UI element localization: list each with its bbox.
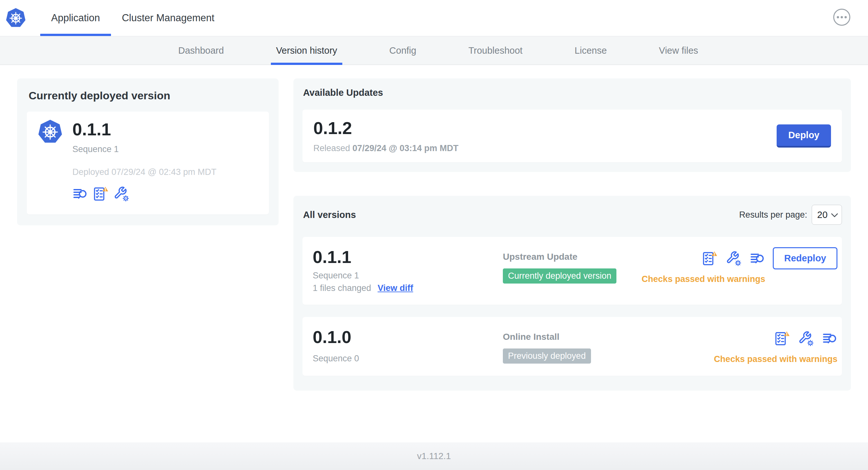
subnav-tab-version-history[interactable]: Version history (271, 36, 342, 65)
subnav-tab-view-files-label: View files (659, 45, 698, 56)
current-version-card: 0.1.1 Sequence 1 Deployed 07/29/24 @ 02:… (27, 111, 269, 214)
available-updates-panel: Available Updates 0.1.2 Released 07/29/2… (293, 78, 851, 172)
tab-cluster-management[interactable]: Cluster Management (111, 0, 225, 36)
files-changed-label: 1 files changed (313, 283, 371, 293)
update-version-number: 0.1.2 (313, 119, 459, 138)
tab-application[interactable]: Application (40, 0, 111, 36)
subnav-tab-view-files[interactable]: View files (654, 36, 703, 65)
row-source: Online Install (503, 332, 714, 342)
version-row-left: 0.1.0 Sequence 0 (313, 327, 503, 364)
row-sequence: Sequence 0 (313, 354, 503, 364)
available-updates-title: Available Updates (303, 88, 842, 98)
subnav-tab-config-label: Config (389, 45, 416, 56)
previously-deployed-badge: Previously deployed (503, 348, 591, 364)
active-tab-underline (40, 34, 111, 36)
subnav-tab-troubleshoot[interactable]: Troubleshoot (463, 36, 528, 65)
current-version-panel: Currently deployed version 0.1.1 Sequenc… (17, 78, 279, 225)
update-released-line: Released 07/29/24 @ 03:14 pm MDT (313, 143, 459, 153)
dot (844, 16, 847, 18)
all-versions-header: All versions Results per page: 20 (302, 205, 842, 225)
row-version-number: 0.1.0 (313, 327, 503, 346)
current-version-actions (72, 186, 217, 202)
results-per-page-select[interactable]: 20 (812, 205, 842, 225)
row-files-line: 1 files changed View diff (313, 283, 503, 293)
subnav-tab-version-history-label: Version history (276, 45, 337, 56)
subnav-tab-license[interactable]: License (569, 36, 612, 65)
row-icons-and-status: Checks passed with warnings (642, 247, 765, 284)
row-action-icons (702, 247, 765, 270)
released-datetime: 07/29/24 @ 03:14 pm MDT (352, 143, 459, 153)
console-version: v1.112.1 (417, 451, 451, 461)
tab-cluster-management-label: Cluster Management (122, 12, 215, 24)
current-version-deployed-date: Deployed 07/29/24 @ 02:43 pm MDT (72, 167, 217, 177)
active-subtab-underline (271, 63, 342, 65)
results-per-page: Results per page: 20 (739, 205, 842, 225)
subnav-tab-troubleshoot-label: Troubleshoot (468, 45, 523, 56)
wrench-gear-icon[interactable] (798, 331, 814, 346)
page: Application Cluster Management Dashboard… (0, 0, 868, 470)
kubernetes-logo (5, 0, 26, 36)
version-row: 0.1.1 Sequence 1 1 files changed View di… (302, 237, 842, 304)
row-version-number: 0.1.1 (313, 247, 503, 267)
row-icons-and-status: Checks passed with warnings (714, 327, 837, 364)
app-icon (38, 119, 63, 144)
redeploy-button[interactable]: Redeploy (773, 247, 837, 269)
current-version-details: 0.1.1 Sequence 1 Deployed 07/29/24 @ 02:… (72, 119, 217, 202)
top-nav: Application Cluster Management (0, 0, 868, 36)
current-version-sequence: Sequence 1 (72, 144, 217, 154)
dot (837, 16, 839, 18)
results-per-page-select-wrap: 20 (812, 205, 842, 225)
released-label: Released (313, 143, 350, 153)
version-row: 0.1.0 Sequence 0 Online Install Previous… (302, 317, 842, 376)
main-content: Currently deployed version 0.1.1 Sequenc… (0, 65, 868, 442)
all-versions-title: All versions (303, 210, 356, 220)
version-row-left: 0.1.1 Sequence 1 1 files changed View di… (313, 247, 503, 293)
diff-lines-icon[interactable] (750, 251, 765, 266)
all-versions-panel: All versions Results per page: 20 (293, 196, 851, 390)
subnav-tab-dashboard[interactable]: Dashboard (173, 36, 229, 65)
row-action-icons (774, 327, 837, 350)
current-version-number: 0.1.1 (72, 119, 217, 139)
version-row-right: Checks passed with warnings Redeploy (642, 247, 837, 284)
currently-deployed-badge: Currently deployed version (503, 268, 616, 283)
row-sequence: Sequence 1 (313, 271, 503, 281)
right-column: Available Updates 0.1.2 Released 07/29/2… (293, 78, 851, 391)
checklist-warning-icon[interactable] (93, 186, 108, 202)
subnav-tab-license-label: License (575, 45, 607, 56)
deploy-button[interactable]: Deploy (777, 125, 831, 147)
version-row-middle: Upstream Update Currently deployed versi… (503, 247, 642, 283)
checklist-warning-icon[interactable] (774, 331, 790, 346)
update-details: 0.1.2 Released 07/29/24 @ 03:14 pm MDT (313, 119, 459, 153)
sub-nav: Dashboard Version history Config Trouble… (0, 36, 868, 65)
subnav-tab-config[interactable]: Config (384, 36, 422, 65)
checks-status-text: Checks passed with warnings (714, 354, 837, 364)
checks-status-text: Checks passed with warnings (642, 274, 765, 284)
checklist-warning-icon[interactable] (702, 251, 717, 266)
dot (841, 16, 843, 18)
ellipsis-menu-icon[interactable] (833, 9, 850, 26)
available-update-card: 0.1.2 Released 07/29/24 @ 03:14 pm MDT D… (302, 110, 842, 162)
tab-application-label: Application (51, 12, 100, 24)
view-diff-link[interactable]: View diff (378, 283, 413, 293)
version-row-middle: Online Install Previously deployed (503, 327, 714, 364)
row-source: Upstream Update (503, 252, 642, 262)
diff-lines-icon[interactable] (822, 331, 837, 346)
version-row-right: Checks passed with warnings (714, 327, 837, 364)
diff-lines-icon[interactable] (72, 186, 88, 202)
subnav-tab-dashboard-label: Dashboard (178, 45, 224, 56)
results-per-page-label: Results per page: (739, 210, 807, 220)
wrench-gear-icon[interactable] (726, 251, 741, 266)
wrench-gear-icon[interactable] (114, 186, 129, 202)
current-version-title: Currently deployed version (29, 89, 269, 102)
footer: v1.112.1 (0, 442, 868, 470)
